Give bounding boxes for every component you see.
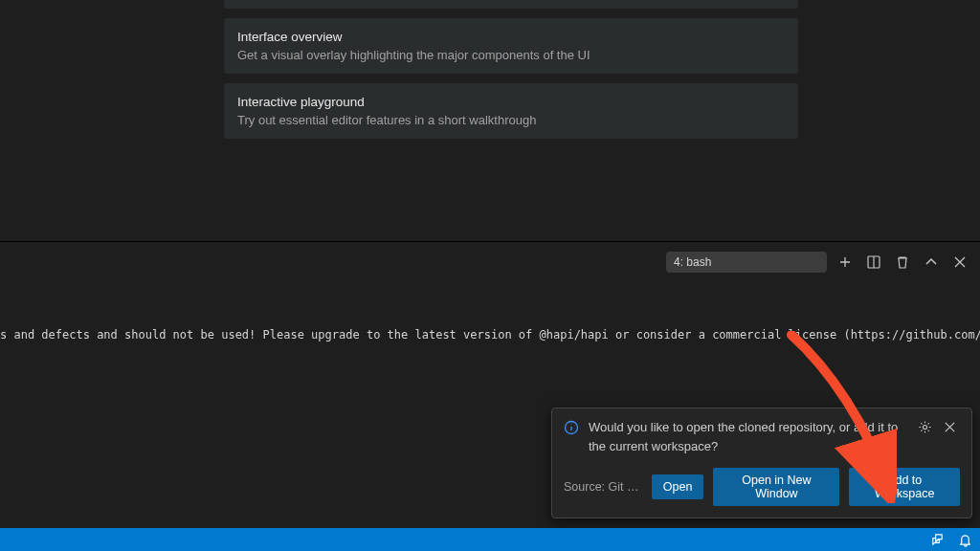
split-terminal-button[interactable] — [863, 252, 884, 273]
welcome-cards: Rapidly access and search commands from … — [224, 0, 798, 148]
welcome-card-command-palette[interactable]: Rapidly access and search commands from … — [224, 0, 798, 9]
notification-message: Would you like to open the cloned reposi… — [589, 418, 910, 456]
close-panel-button[interactable] — [949, 252, 970, 273]
welcome-card-desc: Try out essential editor features in a s… — [237, 113, 785, 127]
welcome-card-playground[interactable]: Interactive playground Try out essential… — [224, 83, 798, 139]
welcome-card-interface-overview[interactable]: Interface overview Get a visual overlay … — [224, 18, 798, 74]
status-bar — [0, 528, 980, 551]
welcome-card-desc: Get a visual overlay highlighting the ma… — [237, 48, 785, 62]
terminal-selector-label: 4: bash — [674, 255, 711, 269]
svg-point-2 — [923, 425, 926, 429]
new-terminal-button[interactable] — [835, 252, 856, 273]
kill-terminal-button[interactable] — [892, 252, 913, 273]
notification-source: Source: Git (E… — [564, 480, 642, 494]
feedback-icon[interactable] — [930, 533, 945, 547]
notification-toast: Would you like to open the cloned reposi… — [551, 408, 972, 518]
welcome-card-title: Interactive playground — [237, 95, 785, 109]
welcome-card-title: Interface overview — [237, 30, 785, 44]
open-new-window-button[interactable]: Open in New Window — [713, 468, 839, 506]
close-icon[interactable] — [943, 420, 960, 437]
open-button[interactable]: Open — [652, 474, 704, 499]
terminal-toolbar: 4: bash — [666, 252, 970, 273]
terminal-line: s and defects and should not be used! Pl… — [0, 326, 980, 343]
add-to-workspace-button[interactable]: Add to Workspace — [849, 468, 960, 506]
info-icon — [564, 420, 581, 438]
editor-area: Rapidly access and search commands from … — [0, 0, 980, 241]
gear-icon[interactable] — [918, 420, 935, 437]
maximize-panel-button[interactable] — [921, 252, 942, 273]
terminal-selector[interactable]: 4: bash — [666, 252, 827, 273]
notifications-icon[interactable] — [958, 533, 972, 547]
